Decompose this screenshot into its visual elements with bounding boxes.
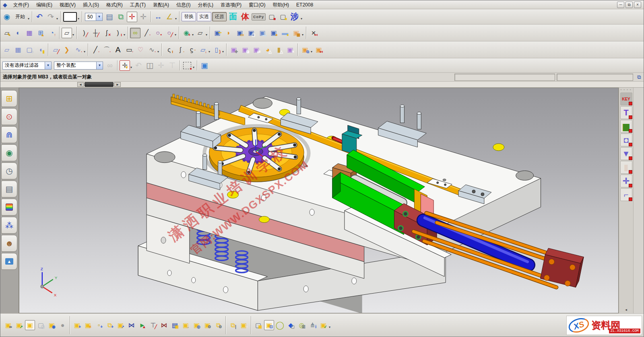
boolean-unite-icon[interactable]: ◉+ bbox=[181, 28, 192, 38]
menu-item[interactable]: 帮助(H) bbox=[269, 1, 293, 8]
move-component-icon[interactable]: ▣↗ bbox=[116, 320, 126, 330]
assembly-constraints-icon[interactable]: ⋈ bbox=[126, 320, 136, 330]
redo-icon[interactable]: ↷ bbox=[45, 12, 56, 22]
reverse-constraint-icon[interactable]: ⋈ bbox=[159, 320, 169, 330]
sheet-mesh-icon[interactable]: ▦ bbox=[24, 28, 35, 38]
point-snap-disabled-icon[interactable]: ✛ bbox=[156, 60, 166, 71]
menu-item[interactable]: 视图(V) bbox=[56, 1, 79, 8]
dropdown-caret[interactable]: ▾ bbox=[130, 66, 132, 69]
scroll-left-button[interactable]: ◄ bbox=[77, 82, 84, 87]
pattern-face-icon[interactable]: ▣⧉ bbox=[300, 45, 310, 55]
mold-assembly[interactable] bbox=[138, 94, 541, 313]
project-curve-icon[interactable]: ▱↓ bbox=[198, 45, 208, 55]
dropdown-caret[interactable]: ▾ bbox=[28, 17, 29, 21]
offset-region-icon[interactable]: ◕△ bbox=[262, 45, 273, 55]
snapshot-icon[interactable]: ▣◉ bbox=[47, 320, 57, 330]
view-half-section-icon[interactable]: ◐ bbox=[13, 28, 23, 38]
line-point-icon[interactable]: ╱∙ bbox=[141, 28, 152, 38]
palette-collapse-arrow[interactable]: ◂ bbox=[625, 308, 627, 312]
interference-button[interactable]: 涉 bbox=[289, 11, 300, 23]
dropdown-caret[interactable]: ▾ bbox=[78, 17, 79, 21]
nx-logo-icon[interactable]: ◉ bbox=[2, 12, 12, 22]
menu-item[interactable]: 窗口(O) bbox=[245, 1, 269, 8]
dropdown-caret[interactable]: ▾ bbox=[72, 33, 74, 37]
find-component-icon[interactable]: ▣∞ bbox=[3, 320, 13, 330]
resize-blend-icon[interactable]: ▮△ bbox=[274, 45, 284, 55]
selection-filter-select[interactable]: 没有选择过滤器▼ bbox=[2, 62, 52, 70]
restore-button[interactable]: ⧉ bbox=[625, 2, 633, 8]
system-materials-icon[interactable]: ▤ bbox=[1, 181, 17, 197]
palette-handle[interactable]: ▪ ▪ ▪ ▪ bbox=[621, 88, 632, 91]
product-outline-icon[interactable]: ▣ bbox=[25, 320, 35, 330]
trimmed-sheet-icon[interactable]: ▱╱ bbox=[50, 45, 61, 55]
dropdown-caret[interactable]: ▾ bbox=[175, 33, 176, 37]
face-button[interactable]: 面 bbox=[227, 11, 239, 23]
dropdown-caret[interactable]: ▾ bbox=[208, 50, 210, 53]
ruled-surface-icon[interactable]: ▱ bbox=[2, 45, 12, 55]
undo-icon[interactable]: ↶ bbox=[34, 12, 45, 22]
lid-feature-icon[interactable]: ▣▭ bbox=[235, 28, 245, 38]
thicken-sheet-icon[interactable]: ❯ bbox=[62, 45, 72, 55]
clearance-analysis-icon[interactable]: ◆▢ bbox=[286, 320, 296, 330]
shell-feature-icon[interactable]: ▣▢ bbox=[246, 28, 256, 38]
marquee-select-icon[interactable] bbox=[183, 62, 191, 69]
spline-pole-icon[interactable]: ʃ∙ bbox=[175, 45, 186, 55]
rack-bar[interactable] bbox=[171, 94, 245, 125]
history-icon[interactable]: ◷ bbox=[1, 162, 17, 179]
delete-face-icon[interactable]: ▣× bbox=[285, 45, 295, 55]
measure-distance-icon[interactable]: ↔ bbox=[153, 12, 163, 22]
half-pipe-icon[interactable]: ◖▮ bbox=[35, 45, 46, 55]
dropdown-caret[interactable]: ▾ bbox=[222, 50, 224, 53]
dropdown-caret[interactable]: ▾ bbox=[192, 33, 194, 37]
linked-selection-icon[interactable]: ∞ bbox=[105, 60, 115, 71]
assembly-info-icon[interactable]: ⋔i bbox=[308, 320, 318, 330]
menu-item[interactable]: 工具(T) bbox=[126, 1, 149, 8]
part-block-icon[interactable]: ▆ bbox=[620, 120, 632, 133]
dropdown-caret[interactable]: ▾ bbox=[124, 33, 125, 37]
circle-radius-icon[interactable]: ○╱ bbox=[164, 28, 174, 38]
close-button[interactable]: × bbox=[634, 2, 641, 8]
translucent-button[interactable]: 实透 bbox=[197, 12, 211, 21]
dropdown-caret[interactable]: ▾ bbox=[175, 17, 177, 21]
menu-item[interactable]: 编辑(E) bbox=[33, 1, 56, 8]
eraser-icon[interactable]: ◫ bbox=[144, 60, 155, 71]
menu-item[interactable]: 文件(F) bbox=[10, 1, 33, 8]
datum-plane-icon[interactable]: ▱ bbox=[62, 28, 72, 38]
start-button[interactable]: 开始 bbox=[13, 12, 27, 21]
chain-curve-icon[interactable]: ∞ bbox=[130, 28, 140, 38]
add-component-icon[interactable]: ▣+ bbox=[72, 320, 82, 330]
restore-button[interactable]: 还原 bbox=[212, 12, 227, 21]
graphics-viewport[interactable]: 潇洒职业培训学校 官网:WWW.DGXSPX.COM Z Y X bbox=[19, 88, 619, 313]
interference-ring-icon[interactable]: ◯ bbox=[275, 320, 285, 330]
link-report-icon[interactable]: ◎☰ bbox=[297, 320, 307, 330]
linked-yellow-body-icon[interactable]: ▢■ bbox=[278, 12, 288, 22]
layer-in-view-icon[interactable]: ⧉ bbox=[116, 12, 126, 22]
arc-curve-icon[interactable]: ⌒∙ bbox=[101, 45, 112, 55]
roles-icon[interactable]: ☻ bbox=[1, 235, 17, 252]
scene-settings-icon[interactable]: ⁂ bbox=[1, 217, 17, 234]
part-trilobe-icon[interactable]: ▼ bbox=[620, 147, 632, 160]
create-pattern-icon[interactable]: ▫+ bbox=[94, 320, 104, 330]
sketch-icon[interactable]: ▱✎ bbox=[2, 28, 12, 38]
menu-item[interactable]: ET2008 bbox=[293, 1, 317, 8]
curved-sheet-icon[interactable]: ∿∙ bbox=[73, 45, 83, 55]
assembly-navigator-icon[interactable]: ⊞ bbox=[1, 90, 17, 107]
studio-spline-icon[interactable]: ♡ bbox=[135, 45, 146, 55]
unloaded-part-icon[interactable]: ● bbox=[58, 320, 68, 330]
move-face-icon[interactable]: ▣✚ bbox=[229, 45, 239, 55]
polyline-icon[interactable]: ∿∙ bbox=[147, 45, 157, 55]
menu-item[interactable]: 首选项(P) bbox=[217, 1, 245, 8]
verify-assembly-icon[interactable]: ▣✓ bbox=[318, 320, 328, 330]
array-component-icon[interactable]: ⧉+ bbox=[105, 320, 115, 330]
text-curve-icon[interactable]: A bbox=[113, 45, 123, 55]
spline-edit-icon[interactable]: ϛˉ bbox=[186, 45, 197, 55]
wcs-dynamics-icon[interactable]: ✛ bbox=[127, 12, 137, 22]
hole-feature-icon[interactable]: ▣● bbox=[268, 28, 279, 38]
show-in-window-icon[interactable]: ▣⊡ bbox=[264, 320, 274, 330]
linked-red-body-icon[interactable]: ▢■ bbox=[266, 12, 277, 22]
dropdown-caret[interactable]: ▾ bbox=[206, 33, 207, 37]
scroll-right-button[interactable]: ► bbox=[114, 82, 121, 87]
dropdown-caret[interactable]: ▾ bbox=[157, 50, 159, 53]
trim-curve-icon[interactable]: )╱ bbox=[79, 28, 89, 38]
copy-face-button[interactable]: CoPy bbox=[252, 13, 266, 21]
